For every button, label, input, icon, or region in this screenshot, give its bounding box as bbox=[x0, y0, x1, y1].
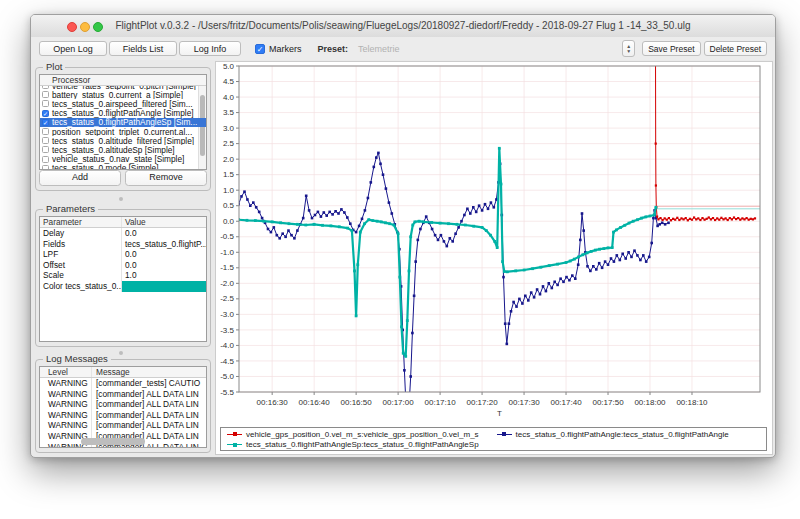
processor-list-item[interactable]: vehicle_status_0.nav_state [Simple] bbox=[40, 155, 206, 164]
delete-preset-button[interactable]: Delete Preset bbox=[704, 41, 768, 56]
y-axis-tick-label: 4.0 bbox=[223, 93, 235, 102]
processor-list-item[interactable]: tecs_status_0.altitudeSp [Simple] bbox=[40, 145, 206, 154]
open-log-button[interactable]: Open Log bbox=[39, 41, 107, 56]
x-axis-tick-label: 00:16:50 bbox=[341, 398, 373, 407]
log-message: [commander] ALL DATA LIN bbox=[92, 420, 206, 431]
y-axis-tick-label: -5.5 bbox=[220, 388, 234, 397]
unchecked-checkbox[interactable] bbox=[42, 156, 49, 163]
column-header-parameter[interactable]: Parameter bbox=[40, 217, 122, 227]
x-axis-tick-label: 00:17:40 bbox=[550, 398, 582, 407]
processor-item-label: battery_status_0.current_a [Simple] bbox=[52, 90, 183, 99]
legend-item-flightPathAngle: tecs_status_0.flightPathAngle:tecs_statu… bbox=[497, 430, 729, 439]
parameter-row[interactable]: Offset0.0 bbox=[40, 260, 206, 271]
parameter-name: LPF bbox=[40, 249, 122, 260]
y-axis-tick-label: 2.5 bbox=[223, 139, 235, 148]
legend-swatch-icon bbox=[227, 434, 242, 435]
y-axis-tick-label: -4.0 bbox=[220, 341, 234, 350]
parameter-row[interactable]: Scale1.0 bbox=[40, 270, 206, 281]
processor-list-item[interactable]: ✓tecs_status_0.flightPathAngle [Simple] bbox=[40, 109, 206, 118]
fields-list-button[interactable]: Fields List bbox=[109, 41, 177, 56]
parameter-row[interactable]: Color tecs_status_0.... bbox=[40, 281, 206, 292]
splitter-handle[interactable] bbox=[119, 197, 123, 201]
color-swatch[interactable] bbox=[122, 281, 206, 292]
parameters-table[interactable]: Parameter Value Delay0.0Fieldstecs_statu… bbox=[39, 216, 207, 342]
processor-list-item[interactable]: battery_status_0.current_a [Simple] bbox=[40, 90, 206, 99]
y-axis-tick-label: -3.5 bbox=[220, 326, 234, 335]
unchecked-checkbox[interactable] bbox=[42, 146, 49, 153]
processor-list-item[interactable]: tecs_status_0.altitude_filtered [Simple] bbox=[40, 136, 206, 145]
y-axis-tick-label: 0.5 bbox=[223, 201, 235, 210]
log-message: [commander] ALL DATA LIN bbox=[92, 389, 206, 400]
checked-checkbox[interactable]: ✓ bbox=[42, 110, 49, 117]
processor-list-item[interactable]: position_setpoint_triplet_0.current.al..… bbox=[40, 127, 206, 136]
x-axis-title: T bbox=[497, 409, 502, 418]
log-message-row[interactable]: WARNING[commander] ALL DATA LIN bbox=[40, 420, 206, 431]
log-message-row[interactable]: WARNING[commander] ALL DATA LIN bbox=[40, 389, 206, 400]
column-header-value[interactable]: Value bbox=[122, 217, 206, 227]
chart-panel: 5.04.54.03.53.02.52.01.51.00.50.0-0.5-1.… bbox=[215, 61, 773, 455]
unchecked-checkbox[interactable] bbox=[42, 91, 49, 98]
x-axis-tick-label: 00:17:30 bbox=[508, 398, 540, 407]
log-horizontal-scrollbar[interactable] bbox=[60, 438, 176, 445]
preset-stepper[interactable]: ▲▼ bbox=[622, 40, 635, 57]
close-button[interactable] bbox=[67, 22, 77, 32]
parameter-value: tecs_status_0.flightP... bbox=[122, 239, 206, 250]
x-axis-tick-label: 00:16:40 bbox=[299, 398, 331, 407]
markers-checkbox[interactable]: ✓ bbox=[255, 44, 265, 54]
y-axis-tick-label: 0.0 bbox=[223, 217, 235, 226]
y-axis-tick-label: 2.0 bbox=[223, 155, 235, 164]
add-button[interactable]: Add bbox=[39, 170, 121, 186]
unchecked-checkbox[interactable] bbox=[42, 137, 49, 144]
parameter-row[interactable]: Fieldstecs_status_0.flightP... bbox=[40, 239, 206, 250]
minimize-button[interactable] bbox=[80, 22, 90, 32]
processor-list[interactable]: Processor vehicle_rates_setpoint_0.pitch… bbox=[39, 74, 207, 170]
legend-swatch-icon bbox=[497, 434, 512, 435]
unchecked-checkbox[interactable] bbox=[42, 100, 49, 107]
parameter-name: Delay bbox=[40, 228, 122, 239]
checked-checkbox[interactable]: ✓ bbox=[42, 119, 49, 126]
save-preset-button[interactable]: Save Preset bbox=[642, 41, 700, 56]
parameter-row[interactable]: Delay0.0 bbox=[40, 228, 206, 239]
zoom-button[interactable] bbox=[93, 22, 103, 32]
log-messages-panel-title: Log Messages bbox=[43, 353, 111, 364]
parameter-name: Fields bbox=[40, 239, 122, 250]
parameter-row[interactable]: LPF0.0 bbox=[40, 249, 206, 260]
log-level: WARNING bbox=[40, 410, 92, 421]
log-message: [commander] ALL DATA LIN bbox=[92, 399, 206, 410]
processor-item-label: vehicle_status_0.nav_state [Simple] bbox=[52, 155, 184, 164]
log-message-row[interactable]: WARNING[commander] ALL DATA LIN bbox=[40, 399, 206, 410]
parameter-value: 0.0 bbox=[122, 228, 206, 239]
processor-list-header: Processor bbox=[40, 75, 206, 86]
column-header-level[interactable]: Level bbox=[40, 367, 92, 377]
y-axis-tick-label: -1.0 bbox=[220, 248, 234, 257]
preset-combo[interactable]: Telemetrie bbox=[358, 44, 622, 54]
flight-chart[interactable]: 5.04.54.03.53.02.52.01.51.00.50.0-0.5-1.… bbox=[216, 62, 774, 424]
splitter-handle[interactable] bbox=[119, 351, 123, 355]
legend-label: tecs_status_0.flightPathAngleSp:tecs_sta… bbox=[246, 440, 479, 449]
y-axis-tick-label: 4.5 bbox=[223, 77, 235, 86]
log-message-row[interactable]: WARNING[commander] ALL DATA LIN bbox=[40, 410, 206, 421]
legend-item-vel_m_s: vehicle_gps_position_0.vel_m_s:vehicle_g… bbox=[227, 430, 479, 439]
y-axis-tick-label: -2.0 bbox=[220, 279, 234, 288]
log-message-row[interactable]: WARNING[commander_tests] CAUTIO bbox=[40, 378, 206, 389]
title-bar[interactable]: FlightPlot v.0.3.2 - /Users/fritz/Docume… bbox=[31, 15, 775, 38]
log-messages-panel: Log Messages Level Message WARNING[comma… bbox=[35, 359, 211, 453]
processor-list-item[interactable]: ✓tecs_status_0.flightPathAngleSp [Sim... bbox=[40, 118, 206, 127]
log-info-button[interactable]: Log Info bbox=[179, 41, 241, 56]
log-level: WARNING bbox=[40, 378, 92, 389]
log-messages-table[interactable]: Level Message WARNING[commander_tests] C… bbox=[39, 366, 207, 448]
parameters-panel: Parameters Parameter Value Delay0.0Field… bbox=[35, 209, 211, 347]
x-axis-tick-label: 00:17:00 bbox=[383, 398, 415, 407]
remove-button[interactable]: Remove bbox=[125, 170, 207, 186]
legend-swatch-icon bbox=[227, 444, 242, 445]
parameter-name: Offset bbox=[40, 260, 122, 271]
parameters-panel-title: Parameters bbox=[43, 203, 98, 214]
processor-list-item[interactable]: tecs_status_0.airspeed_filtered [Sim... bbox=[40, 99, 206, 108]
unchecked-checkbox[interactable] bbox=[42, 128, 49, 135]
chart-legend: vehicle_gps_position_0.vel_m_s:vehicle_g… bbox=[220, 427, 767, 451]
plot-panel: Plot Processor vehicle_rates_setpoint_0.… bbox=[35, 67, 211, 191]
flightplot-window: FlightPlot v.0.3.2 - /Users/fritz/Docume… bbox=[30, 14, 776, 458]
log-horizontal-scrollbar-thumb[interactable] bbox=[81, 438, 145, 445]
column-header-message[interactable]: Message bbox=[92, 367, 206, 377]
log-level: WARNING bbox=[40, 420, 92, 431]
